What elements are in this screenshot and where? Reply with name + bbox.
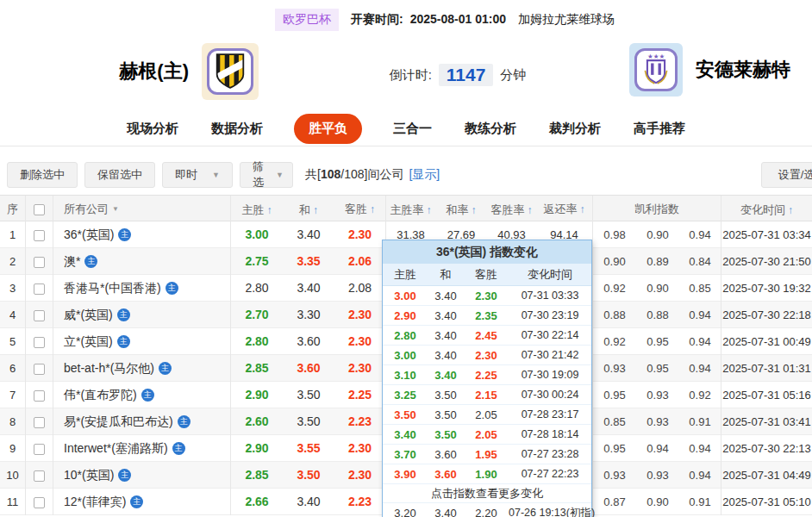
home-win-odds[interactable]: 2.75 <box>231 248 283 275</box>
company-name[interactable]: 威*(英国) <box>64 302 113 328</box>
header-draw-rate[interactable]: 和率↑ <box>435 196 487 223</box>
header-draw[interactable]: 和↑ <box>283 196 334 223</box>
live-dropdown[interactable]: 即时 ▼ <box>162 162 233 188</box>
home-win-odds[interactable]: 2.70 <box>231 302 283 328</box>
settings-select-button[interactable]: 设置/选择 <box>761 162 812 188</box>
popup-header-time: 变化时间 <box>509 264 591 286</box>
home-win-odds[interactable]: 2.60 <box>231 408 283 435</box>
league-badge[interactable]: 欧罗巴杯 <box>275 9 339 31</box>
company-name[interactable]: 香港马*(中国香港) <box>64 275 161 302</box>
popup-change-time: 07-27 23:28 <box>509 445 591 464</box>
company-name[interactable]: 伟*(直布罗陀) <box>64 382 137 408</box>
draw-odds[interactable]: 3.60 <box>283 328 334 355</box>
popup-away-odds: 2.05 <box>464 405 509 425</box>
company-name[interactable]: Interwet*(塞浦路斯) <box>64 435 168 462</box>
company-name[interactable]: 36*(英国) <box>64 221 114 248</box>
tab-7-item[interactable]: 高手推荐 <box>632 114 687 144</box>
popup-away-odds: 1.95 <box>464 445 509 464</box>
row-checkbox[interactable] <box>34 283 45 295</box>
row-checkbox[interactable] <box>34 230 45 241</box>
draw-odds[interactable]: 3.50 <box>283 462 334 489</box>
countdown-label: 倒计时: <box>390 67 432 84</box>
company-name[interactable]: 澳* <box>64 248 80 275</box>
row-checkbox[interactable] <box>34 444 45 455</box>
row-checkbox[interactable] <box>34 257 45 268</box>
tab-2-item[interactable]: 数据分析 <box>209 114 265 144</box>
home-win-odds[interactable]: 2.90 <box>231 435 283 462</box>
header-payout-rate[interactable]: 返还率↑ <box>536 196 593 223</box>
row-checkbox[interactable] <box>34 417 45 428</box>
draw-odds[interactable]: 3.60 <box>283 355 334 382</box>
draw-odds[interactable]: 3.40 <box>283 275 334 302</box>
header-away-rate[interactable]: 客胜率↑ <box>487 196 536 223</box>
draw-odds[interactable]: 3.40 <box>283 489 334 515</box>
away-win-odds[interactable]: 2.30 <box>334 435 386 462</box>
away-win-odds[interactable]: 2.06 <box>334 248 386 275</box>
odds-change-popup: 36*(英国) 指数变化 主胜 和 客胜 变化时间 3.003.402.3007… <box>382 240 592 517</box>
popup-draw-odds: 3.60 <box>428 445 464 464</box>
draw-odds[interactable]: 3.35 <box>283 248 334 275</box>
away-win-odds[interactable]: 2.30 <box>334 462 386 489</box>
away-team: ★★★ 安德莱赫特 <box>629 43 790 97</box>
company-name[interactable]: 10*(英国) <box>64 462 114 489</box>
home-win-odds[interactable]: 3.00 <box>231 221 283 248</box>
company-cell: 香港马*(中国香港)主 <box>53 275 231 302</box>
popup-change-time: 07-30 23:19 <box>509 306 591 326</box>
company-name[interactable]: 12*(菲律宾) <box>64 489 126 515</box>
header-company[interactable]: 所有公司▼ <box>53 196 231 223</box>
company-name[interactable]: bet-at-h*(马尔他) <box>64 355 154 382</box>
popup-change-time: 07-30 21:42 <box>509 346 591 365</box>
kelly-index: 0.84 <box>679 248 721 275</box>
row-checkbox[interactable] <box>34 310 45 321</box>
away-win-odds[interactable]: 2.30 <box>334 221 386 248</box>
row-checkbox[interactable] <box>34 390 45 402</box>
away-win-odds[interactable]: 2.23 <box>334 408 386 435</box>
countdown-value: 1147 <box>439 64 494 86</box>
popup-more-hint: 点击指数查看更多变化 <box>383 484 591 503</box>
away-win-odds[interactable]: 2.30 <box>334 328 386 355</box>
filter-dropdown[interactable]: 筛选 ▼ <box>240 162 293 188</box>
popup-row: 3.253.502.1507-30 00:24 <box>383 385 591 405</box>
delete-selected-button[interactable]: 删除选中 <box>7 162 78 188</box>
keep-selected-button[interactable]: 保留选中 <box>84 162 155 188</box>
header-select-all <box>26 196 53 223</box>
draw-odds[interactable]: 3.50 <box>283 382 334 408</box>
home-win-odds[interactable]: 2.66 <box>231 489 283 515</box>
header-home-rate[interactable]: 主胜率↑ <box>386 196 435 223</box>
home-win-odds[interactable]: 2.90 <box>231 382 283 408</box>
away-win-odds[interactable]: 2.30 <box>334 355 386 382</box>
header-away-win[interactable]: 客胜↑ <box>334 196 386 223</box>
draw-odds[interactable]: 3.55 <box>283 435 334 462</box>
company-name[interactable]: 易*(安提瓜和巴布达) <box>64 408 173 435</box>
away-win-odds[interactable]: 2.08 <box>334 275 386 302</box>
kelly-index: 0.93 <box>636 462 679 489</box>
header-home-win[interactable]: 主胜↑ <box>231 196 283 223</box>
home-win-odds[interactable]: 2.80 <box>231 275 283 302</box>
tab-4-item[interactable]: 三合一 <box>391 114 434 144</box>
home-win-odds[interactable]: 2.85 <box>231 355 283 382</box>
away-win-odds[interactable]: 2.25 <box>334 382 386 408</box>
tab-1-item[interactable]: 现场分析 <box>125 114 180 144</box>
tab-5-item[interactable]: 教练分析 <box>463 114 518 144</box>
header-change-time[interactable]: 变化时间↑ <box>721 196 812 223</box>
company-name[interactable]: 立*(英国) <box>64 328 113 355</box>
home-win-odds[interactable]: 2.80 <box>231 328 283 355</box>
draw-odds[interactable]: 3.40 <box>283 221 334 248</box>
show-link[interactable]: [显示] <box>409 167 440 181</box>
row-checkbox[interactable] <box>34 364 45 375</box>
row-checkbox[interactable] <box>34 337 45 348</box>
select-all-checkbox[interactable] <box>34 204 45 215</box>
kelly-index: 0.85 <box>593 408 636 435</box>
draw-odds[interactable]: 3.50 <box>283 408 334 435</box>
row-checkbox[interactable] <box>34 497 45 508</box>
row-checkbox[interactable] <box>34 470 45 482</box>
kelly-index: 0.89 <box>636 248 679 275</box>
popup-draw-odds: 3.40 <box>428 503 464 517</box>
draw-odds[interactable]: 3.30 <box>283 302 334 328</box>
away-win-odds[interactable]: 2.23 <box>334 489 386 515</box>
tab-3-active[interactable]: 胜平负 <box>294 114 362 144</box>
away-win-odds[interactable]: 2.30 <box>334 302 386 328</box>
home-win-odds[interactable]: 2.85 <box>231 462 283 489</box>
tab-6-item[interactable]: 裁判分析 <box>547 114 603 144</box>
sort-asc-icon: ↑ <box>528 204 533 216</box>
